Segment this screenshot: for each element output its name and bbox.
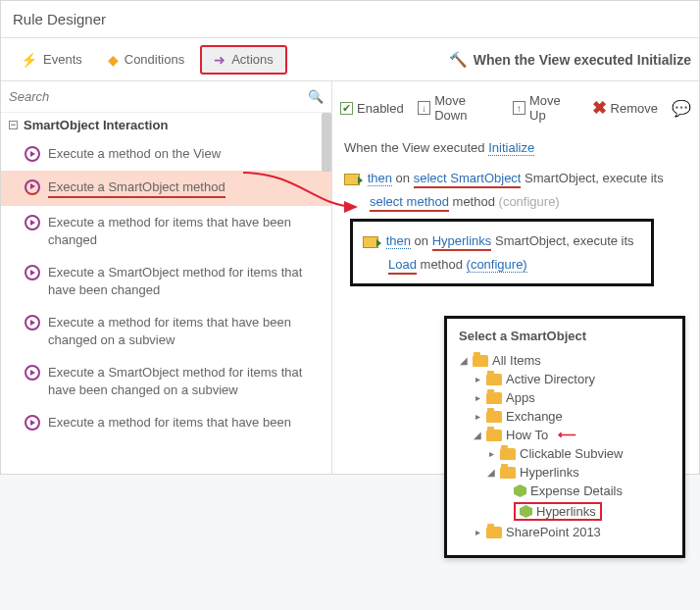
tree-active-directory[interactable]: ▸Active Directory [459, 370, 671, 388]
lightning-icon: ⚡ [21, 52, 37, 68]
annotation-arrow-icon: ⟵ [558, 428, 576, 442]
tree-apps[interactable]: ▸Apps [459, 388, 671, 407]
remove-button[interactable]: ✖Remove [592, 97, 658, 119]
select-smartobject-link[interactable]: select SmartObject [414, 171, 522, 188]
action-execute-smartobject-method[interactable]: Execute a SmartObject method [1, 171, 331, 207]
move-down-button[interactable]: ↓Move Down [418, 93, 499, 123]
scrollbar[interactable] [322, 113, 331, 172]
tab-events[interactable]: ⚡ Events [11, 45, 92, 75]
folder-icon [486, 374, 502, 385]
gavel-icon: 🔨 [449, 51, 468, 69]
tree-hyperlinks-folder[interactable]: ◢Hyperlinks [459, 463, 671, 475]
expand-icon[interactable]: ▸ [486, 449, 496, 459]
popup-title: Select a SmartObject [459, 329, 671, 343]
action-icon [25, 265, 40, 280]
folder-icon [500, 448, 516, 460]
rule-then-line-1b: select method method (configure) [370, 190, 683, 213]
expand-icon[interactable]: ◢ [473, 431, 482, 440]
then-link-2[interactable]: then [386, 233, 411, 249]
group-smartobject-interaction[interactable]: − SmartObject Interaction [1, 113, 331, 137]
move-up-button[interactable]: ↑Move Up [513, 93, 578, 123]
tree-clickable-subview[interactable]: ▸Clickable Subview [459, 444, 671, 463]
action-icon [25, 365, 40, 381]
action-execute-method-view[interactable]: Execute a method on the View [1, 137, 331, 171]
action-execute-method-items-truncated[interactable]: Execute a method for items that have bee… [1, 406, 331, 439]
smartobject-tree: ◢All Items ▸Active Directory ▸Apps ▸Exch… [459, 351, 671, 475]
action-row-icon [363, 236, 378, 248]
configured-action-box: then on Hyperlinks SmartObject, execute … [350, 219, 654, 286]
enabled-toggle[interactable]: ✔Enabled [340, 101, 404, 116]
action-icon [25, 146, 40, 162]
tree-how-to[interactable]: ◢How To⟵ [459, 426, 671, 444]
tree-exchange[interactable]: ▸Exchange [459, 407, 671, 426]
expand-icon[interactable]: ▸ [473, 412, 482, 422]
select-method-link[interactable]: select method [370, 194, 449, 212]
comment-icon[interactable]: 💬 [672, 99, 691, 118]
initialize-link[interactable]: Initialize [488, 140, 534, 156]
folder-icon [486, 411, 502, 423]
actions-panel: 🔍 − SmartObject Interaction Execute a me… [1, 81, 332, 474]
rule-then-line-1: then on select SmartObject SmartObject, … [344, 167, 683, 189]
search-input[interactable] [9, 85, 308, 108]
toolbar: ⚡ Events ◆ Conditions ➜ Actions 🔨 When t… [1, 38, 699, 81]
move-down-icon: ↓ [418, 101, 430, 115]
move-up-icon: ↑ [513, 101, 525, 115]
action-icon [25, 315, 40, 330]
action-execute-so-method-items-changed-subview[interactable]: Execute a SmartObject method for items t… [1, 356, 331, 406]
action-execute-method-items-changed-subview[interactable]: Execute a method for items that have bee… [1, 306, 331, 356]
folder-icon [473, 355, 488, 367]
select-smartobject-popup: Select a SmartObject ◢All Items ▸Active … [444, 316, 685, 475]
action-icon [25, 415, 40, 431]
diamond-icon: ◆ [108, 52, 119, 68]
action-row-icon [344, 174, 360, 185]
check-icon: ✔ [340, 102, 353, 115]
expand-icon[interactable]: ◢ [459, 356, 469, 366]
action-execute-so-method-items-changed[interactable]: Execute a SmartObject method for items t… [1, 256, 331, 306]
expand-icon[interactable]: ▸ [473, 393, 482, 403]
tab-actions[interactable]: ➜ Actions [200, 45, 287, 75]
action-icon [25, 215, 40, 230]
action-execute-method-items-changed[interactable]: Execute a method for items that have bee… [1, 206, 331, 256]
hyperlinks-so-link[interactable]: Hyperlinks [432, 233, 492, 251]
remove-icon: ✖ [592, 97, 607, 119]
load-method-link[interactable]: Load [388, 257, 417, 275]
tree-all-items[interactable]: ◢All Items [459, 351, 671, 370]
folder-icon [486, 430, 502, 441]
expand-icon[interactable]: ◢ [486, 468, 496, 476]
configure-link[interactable]: (configure) [467, 257, 527, 273]
search-icon[interactable]: 🔍 [308, 89, 324, 104]
expand-icon[interactable]: ▸ [473, 375, 482, 384]
then-link[interactable]: then [368, 171, 392, 186]
rule-caption: 🔨 When the View executed Initialize [449, 51, 699, 69]
window-title: Rule Designer [1, 1, 699, 38]
tab-conditions[interactable]: ◆ Conditions [98, 45, 194, 75]
action-icon [25, 179, 40, 195]
folder-icon [486, 392, 502, 404]
rule-when-line: When the View executed Initialize [344, 136, 683, 159]
arrow-circle-icon: ➜ [214, 52, 225, 68]
collapse-icon[interactable]: − [9, 121, 18, 129]
search-bar: 🔍 [1, 81, 331, 113]
folder-icon [500, 467, 516, 476]
